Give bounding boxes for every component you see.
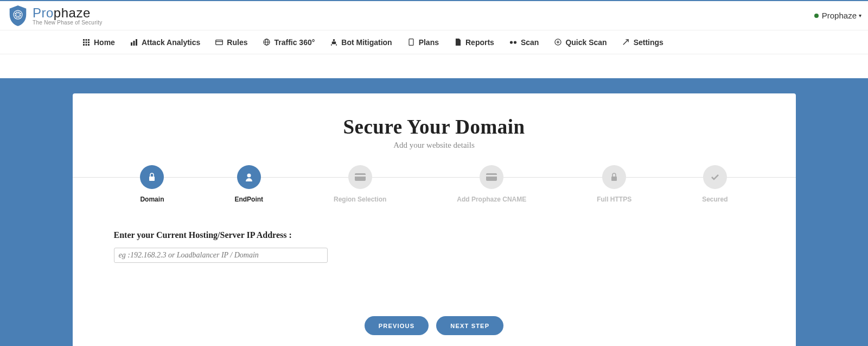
nav-label: Home (94, 38, 115, 47)
svg-rect-38 (355, 175, 366, 177)
nav-attack-analytics[interactable]: Attack Analytics (128, 36, 202, 49)
step-region[interactable]: Region Selection (334, 165, 386, 203)
svg-rect-35 (149, 177, 155, 181)
svg-rect-18 (216, 40, 223, 45)
lock-icon (140, 165, 164, 189)
step-label: Full HTTPS (597, 196, 631, 203)
nav-label: Settings (634, 38, 663, 47)
step-label: Domain (140, 196, 164, 203)
svg-rect-12 (83, 44, 85, 46)
svg-rect-28 (409, 39, 413, 46)
brand-logo[interactable]: Prophaze The New Phase of Security (7, 4, 103, 27)
step-label: EndPoint (234, 196, 263, 203)
form-area: Enter your Current Hosting/Server IP Add… (73, 209, 796, 274)
svg-point-23 (333, 39, 335, 41)
nav-reports[interactable]: Reports (452, 36, 496, 49)
svg-rect-6 (83, 39, 85, 41)
chevron-down-icon: ▾ (859, 12, 861, 18)
nav-label: Plans (419, 38, 439, 47)
ip-address-label: Enter your Current Hosting/Server IP Add… (114, 230, 755, 240)
next-step-button[interactable]: NEXT STEP (436, 316, 503, 335)
nav-label: Scan (521, 38, 539, 47)
nav-rules[interactable]: Rules (213, 36, 250, 49)
user-icon (237, 165, 261, 189)
brand-tagline: The New Phase of Security (33, 20, 103, 26)
user-menu[interactable]: Prophaze ▾ (814, 11, 861, 20)
svg-rect-37 (355, 173, 366, 181)
step-cname[interactable]: Add Prophaze CNAME (457, 165, 526, 203)
check-icon (703, 165, 727, 189)
nav-label: Rules (227, 38, 247, 47)
nav-home[interactable]: Home (80, 36, 117, 49)
nav-label: Reports (465, 38, 494, 47)
lock-icon (602, 165, 626, 189)
svg-rect-14 (88, 44, 90, 46)
svg-rect-24 (332, 42, 336, 45)
ip-address-input[interactable] (114, 248, 328, 263)
svg-rect-15 (131, 42, 132, 46)
svg-rect-8 (88, 39, 90, 41)
step-domain[interactable]: Domain (140, 165, 164, 203)
globe-icon (263, 39, 270, 46)
svg-point-29 (510, 41, 513, 43)
shield-icon (7, 4, 29, 27)
topbar: Prophaze The New Phase of Security Proph… (0, 0, 868, 30)
arrow-icon (622, 39, 630, 46)
button-row: PREVIOUS NEXT STEP (73, 316, 796, 335)
nav-label: Traffic 360° (274, 38, 315, 47)
brand-name: Prophaze (33, 5, 103, 21)
page-subtitle: Add your website details (73, 141, 796, 150)
svg-rect-39 (486, 173, 497, 181)
nav-quick-scan[interactable]: Quick Scan (552, 36, 609, 49)
nav-label: Quick Scan (565, 38, 607, 47)
main-nav: Home Attack Analytics Rules Traffic 360°… (0, 30, 868, 54)
nav-label: Bot Mitigation (341, 38, 392, 47)
svg-point-36 (247, 174, 251, 178)
step-endpoint[interactable]: EndPoint (234, 165, 263, 203)
svg-rect-41 (611, 177, 617, 181)
svg-point-30 (514, 41, 516, 43)
nav-plans[interactable]: Plans (405, 36, 441, 49)
stepper: Domain EndPoint Region Selection Add Pro… (73, 165, 796, 209)
circle-plus-icon (554, 39, 561, 46)
svg-rect-11 (88, 41, 90, 43)
brand-text-wrap: Prophaze The New Phase of Security (33, 5, 103, 26)
nav-traffic-360[interactable]: Traffic 360° (260, 36, 317, 49)
user-name: Prophaze (822, 11, 857, 20)
tablet-icon (407, 39, 415, 46)
step-label: Secured (702, 196, 727, 203)
step-https[interactable]: Full HTTPS (597, 165, 631, 203)
card-icon (348, 165, 372, 189)
file-icon (454, 39, 462, 46)
robot-icon (330, 39, 337, 46)
svg-rect-13 (86, 44, 87, 46)
wizard-card: Secure Your Domain Add your website deta… (73, 93, 796, 346)
nav-bot-mitigation[interactable]: Bot Mitigation (328, 36, 394, 49)
step-secured[interactable]: Secured (702, 165, 727, 203)
svg-rect-9 (83, 41, 85, 43)
content-band: Secure Your Domain Add your website deta… (0, 78, 868, 346)
svg-rect-17 (136, 39, 137, 46)
nav-settings[interactable]: Settings (620, 36, 666, 49)
eyes-icon (509, 39, 517, 46)
bar-chart-icon (130, 39, 138, 46)
grid-icon (82, 39, 90, 46)
svg-rect-16 (133, 41, 135, 46)
previous-button[interactable]: PREVIOUS (365, 316, 429, 335)
status-dot-icon (814, 14, 819, 18)
svg-rect-10 (86, 41, 87, 43)
nav-scan[interactable]: Scan (507, 36, 541, 49)
card-icon (480, 165, 503, 189)
svg-line-34 (623, 40, 628, 45)
step-label: Add Prophaze CNAME (457, 196, 526, 203)
svg-rect-40 (486, 175, 497, 177)
nav-label: Attack Analytics (142, 38, 200, 47)
svg-rect-7 (86, 39, 87, 41)
page-title: Secure Your Domain (73, 115, 796, 139)
step-label: Region Selection (334, 196, 386, 203)
card-icon (215, 39, 223, 46)
